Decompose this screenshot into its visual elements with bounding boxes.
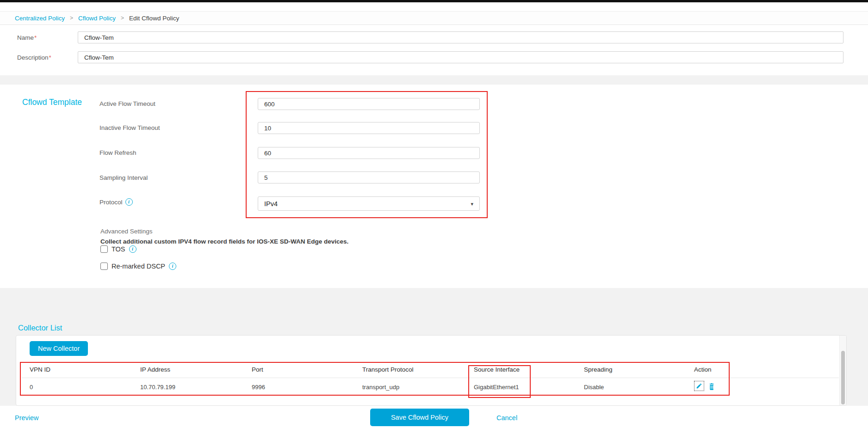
cell-source-interface: GigabitEthernet1 <box>474 384 519 391</box>
cell-port: 9996 <box>252 384 265 391</box>
cell-spreading: Disable <box>584 384 604 391</box>
collector-card: New Collector VPN ID IP Address Port Tra… <box>16 335 847 406</box>
inactive-flow-timeout-input[interactable] <box>258 122 480 134</box>
description-label: Description* <box>17 54 51 61</box>
name-label-text: Name <box>17 34 34 41</box>
cell-ip-address: 10.70.79.199 <box>140 384 175 391</box>
protocol-dropdown[interactable]: IPv4 ▾ <box>258 196 480 211</box>
description-input[interactable] <box>78 51 843 63</box>
tos-checkbox-row: TOS i <box>100 245 136 253</box>
sampling-interval-label: Sampling Interval <box>99 174 148 181</box>
flow-refresh-input[interactable] <box>258 147 480 159</box>
remarked-dscp-checkbox[interactable] <box>100 263 108 270</box>
column-header-spreading: Spreading <box>584 366 613 373</box>
protocol-label: Protocol <box>99 199 123 206</box>
breadcrumb-link-centralized-policy[interactable]: Centralized Policy <box>15 15 65 22</box>
chevron-right-icon: > <box>70 15 73 21</box>
top-black-bar <box>0 0 868 2</box>
name-label: Name* <box>17 34 37 41</box>
column-header-action: Action <box>694 366 712 373</box>
required-asterisk: * <box>49 54 51 61</box>
section-divider-band <box>0 75 868 85</box>
save-cflowd-policy-button[interactable]: Save Cflowd Policy <box>370 409 469 426</box>
chevron-down-icon: ▾ <box>471 201 473 207</box>
info-icon[interactable]: i <box>169 263 176 270</box>
vertical-scrollbar-track[interactable] <box>839 336 846 405</box>
info-icon[interactable]: i <box>129 245 136 253</box>
active-flow-timeout-label: Active Flow Timeout <box>99 100 155 107</box>
protocol-label-row: Protocol i <box>99 198 133 206</box>
info-icon[interactable]: i <box>125 198 133 206</box>
tos-label: TOS <box>112 245 125 253</box>
inactive-flow-timeout-label: Inactive Flow Timeout <box>99 124 160 131</box>
advanced-settings-note: Collect additional custom IPV4 flow reco… <box>100 238 348 245</box>
name-input[interactable] <box>78 31 843 43</box>
preview-link[interactable]: Preview <box>15 414 39 422</box>
description-label-text: Description <box>17 54 49 61</box>
column-header-ip-address: IP Address <box>140 366 170 373</box>
breadcrumb-current-page: Edit Cflowd Policy <box>129 15 179 22</box>
column-header-transport-protocol: Transport Protocol <box>362 366 414 373</box>
sampling-interval-input[interactable] <box>258 171 480 183</box>
column-header-port: Port <box>252 366 263 373</box>
flow-refresh-label: Flow Refresh <box>99 149 136 156</box>
pencil-icon <box>696 383 702 389</box>
column-header-vpn-id: VPN ID <box>30 366 50 373</box>
trash-icon <box>708 382 715 390</box>
collector-list-heading: Collector List <box>18 324 62 332</box>
vertical-scrollbar-thumb[interactable] <box>841 351 845 404</box>
breadcrumb-link-cflowd-policy[interactable]: Cflowd Policy <box>78 15 116 22</box>
delete-collector-button[interactable] <box>708 382 715 390</box>
tos-checkbox[interactable] <box>100 245 108 253</box>
cell-vpn-id: 0 <box>30 384 33 391</box>
remarked-dscp-checkbox-row: Re-marked DSCP i <box>100 263 176 270</box>
breadcrumb: Centralized Policy > Cflowd Policy > Edi… <box>0 11 868 25</box>
protocol-selected-value: IPv4 <box>264 200 278 208</box>
cell-transport-protocol: transport_udp <box>362 384 399 391</box>
edit-collector-button[interactable] <box>694 381 704 391</box>
chevron-right-icon: > <box>121 15 124 21</box>
required-asterisk: * <box>34 34 37 41</box>
column-header-source-interface: Source Interface <box>474 366 520 373</box>
remarked-dscp-label: Re-marked DSCP <box>112 263 165 270</box>
new-collector-button[interactable]: New Collector <box>30 341 88 356</box>
section-divider-band <box>0 288 868 335</box>
table-header-divider <box>22 378 839 378</box>
active-flow-timeout-input[interactable] <box>258 98 480 110</box>
cflowd-template-heading: Cflowd Template <box>22 98 82 107</box>
advanced-settings-title: Advanced Settings <box>100 228 153 235</box>
cancel-link[interactable]: Cancel <box>496 414 517 422</box>
row-actions <box>694 381 715 391</box>
